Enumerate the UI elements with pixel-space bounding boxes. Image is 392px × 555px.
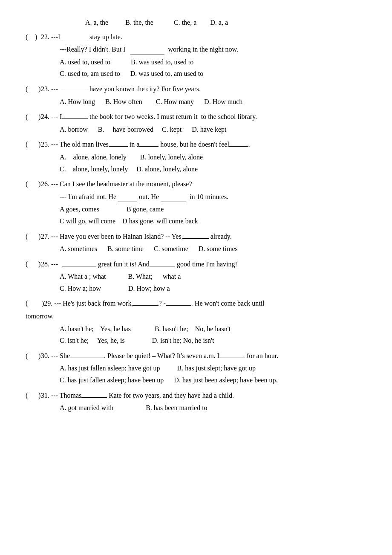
q25-bracket-right: ) — [33, 139, 41, 150]
question-22: ( ) 22. ---I stay up late. ---Really? I … — [26, 32, 366, 79]
q29-cont-text: tomorrow. — [26, 312, 54, 320]
q22-blank2 — [130, 47, 164, 55]
q30-blank2 — [219, 350, 245, 358]
q26-sub-prefix: --- I'm afraid not. He — [60, 193, 116, 200]
question-30: ( ) 30. --- She . Please be quiet! – Wha… — [26, 350, 366, 386]
q26-options: A goes, comes B gone, came C will go, wi… — [60, 204, 366, 226]
q26-sub-mid: out. He — [139, 193, 159, 200]
q27-options: A. sometimes B. some time C. sometime D.… — [60, 243, 366, 254]
q28-num: 28. --- — [41, 259, 62, 270]
q22-num: 22. ---I — [41, 32, 62, 43]
q25-opt-a: A. alone, alone, lonely B. lonely, lonel… — [60, 152, 366, 163]
q25-num: 25. --- The old man lives — [41, 139, 109, 150]
q23-bracket-left: ( — [26, 84, 33, 95]
q26-bracket-right: ) — [33, 179, 41, 190]
q30-bracket-right: ) — [33, 350, 41, 361]
q22-bracket-right: ) — [33, 32, 41, 43]
q25-blank3 — [229, 139, 248, 147]
q31-bracket-left: ( — [26, 390, 33, 401]
q24-line: ( ) 24. --- I the book for two weeks. I … — [26, 111, 366, 122]
q29-continuation: tomorrow. — [26, 311, 366, 322]
q29-text-mid: ? - — [159, 298, 165, 309]
q23-text: have you known the city? For five years. — [88, 84, 201, 95]
q30-opt-c: C. has just fallen asleep; have been up … — [60, 375, 366, 386]
q27-blank — [183, 231, 209, 239]
q28-line: ( ) 28. --- great fun it is! And good ti… — [26, 259, 366, 270]
q29-blank2 — [166, 298, 191, 306]
q28-text-mid: great fun it is! And — [96, 259, 150, 270]
question-28: ( ) 28. --- great fun it is! And good ti… — [26, 259, 366, 294]
q25-text-after: house, but he doesn't feel — [159, 139, 229, 150]
q26-num: 26. --- Can I see the headmaster at the … — [41, 179, 192, 190]
q22-options: A. used to, used to B. was used to, used… — [60, 57, 366, 79]
q27-bracket-left: ( — [26, 231, 33, 242]
q23-options: A. How long B. How often C. How many D. … — [60, 96, 366, 107]
q24-opt: A. borrow B. have borrowed C. kept D. ha… — [60, 124, 366, 135]
q24-bracket-right: ) — [33, 111, 41, 122]
q31-blank1 — [81, 390, 107, 398]
q27-opt: A. sometimes B. some time C. sometime D.… — [60, 243, 366, 254]
q28-text-after: good time I'm having! — [175, 259, 237, 270]
q25-options: A. alone, alone, lonely B. lonely, lonel… — [60, 152, 366, 174]
question-23: ( ) 23. --- have you known the city? For… — [26, 84, 366, 107]
q31-num: 31. --- Thomas — [41, 390, 81, 401]
q31-line: ( ) 31. --- Thomas Kate for two years, a… — [26, 390, 366, 401]
question-26: ( ) 26. --- Can I see the headmaster at … — [26, 179, 366, 226]
question-25: ( ) 25. --- The old man lives in a house… — [26, 139, 366, 174]
q25-bracket-left: ( — [26, 139, 33, 150]
q22-bracket-left: ( — [26, 32, 33, 43]
q26-sub-after: in 10 minutes. — [188, 193, 228, 200]
q23-line: ( ) 23. --- have you known the city? For… — [26, 84, 366, 95]
q29-opt-c: C. isn't he; Yes, he, is D. isn't he; No… — [60, 335, 366, 346]
q31-opt-a: A. got married with B. has been married … — [60, 402, 366, 413]
q25-period: . — [248, 139, 250, 150]
q30-line: ( ) 30. --- She . Please be quiet! – Wha… — [26, 350, 366, 361]
q26-opt-c: C will go, will come D has gone, will co… — [60, 216, 366, 227]
question-29: ( )29. --- He's just back from work, ? -… — [26, 298, 366, 346]
q22-blank1 — [62, 32, 88, 39]
q31-bracket-right: ) — [33, 390, 41, 401]
q22-subline: ---Really? I didn't. But I working in th… — [60, 44, 366, 55]
q24-bracket-left: ( — [26, 111, 33, 122]
q30-num: 30. --- She — [41, 350, 70, 361]
q26-line: ( ) 26. --- Can I see the headmaster at … — [26, 179, 366, 190]
q26-blank2 — [161, 194, 186, 202]
q28-blank1 — [62, 259, 96, 266]
q25-text-mid: in a — [128, 139, 140, 150]
q28-opt-c: C. How a; how D. How; how a — [60, 283, 366, 294]
question-24: ( ) 24. --- I the book for two weeks. I … — [26, 111, 366, 135]
q28-bracket-left: ( — [26, 259, 33, 270]
q31-options: A. got married with B. has been married … — [60, 402, 366, 413]
q28-bracket-right: ) — [33, 259, 41, 270]
q22-sub-after: working in the night now. — [166, 46, 238, 53]
top-options-text: A. a, the B. the, the C. the, a D. a, a — [85, 19, 228, 26]
q22-line: ( ) 22. ---I stay up late. — [26, 32, 366, 43]
q27-num: 27. --- Have you ever been to Hainan Isl… — [41, 231, 183, 242]
q26-blank1 — [118, 194, 137, 202]
q22-text: stay up late. — [88, 32, 122, 43]
question-27: ( ) 27. --- Have you ever been to Hainan… — [26, 231, 366, 254]
q26-subline: --- I'm afraid not. He out. He in 10 min… — [60, 191, 366, 202]
q30-opt-a: A. has just fallen asleep; have got up B… — [60, 363, 366, 374]
q29-line: ( )29. --- He's just back from work, ? -… — [26, 298, 366, 309]
q25-blank1 — [109, 139, 128, 147]
question-31: ( ) 31. --- Thomas Kate for two years, a… — [26, 390, 366, 413]
q27-line: ( ) 27. --- Have you ever been to Hainan… — [26, 231, 366, 242]
q29-text-after: . He won't come back until — [191, 298, 265, 309]
q28-opt-a: A. What a ; what B. What; what a — [60, 271, 366, 282]
q23-blank — [62, 84, 88, 91]
q23-bracket-right: ) — [33, 84, 41, 95]
q25-line: ( ) 25. --- The old man lives in a house… — [26, 139, 366, 150]
q22-sub-prefix: ---Really? I didn't. But I — [60, 46, 129, 53]
q29-num: )29. --- He's just back from work, — [42, 298, 133, 309]
q22-opt-c: C. used to, am used to D. was used to, a… — [60, 68, 366, 79]
q27-bracket-right: ) — [33, 231, 41, 242]
q29-bracket-right — [33, 298, 42, 309]
q23-opt: A. How long B. How often C. How many D. … — [60, 96, 366, 107]
q29-blank1 — [133, 298, 159, 306]
top-options-line: A. a, the B. the, the C. the, a D. a, a — [85, 17, 366, 28]
q28-options: A. What a ; what B. What; what a C. How … — [60, 271, 366, 294]
q22-opt-a: A. used to, used to B. was used to, used… — [60, 57, 366, 68]
q24-text: the book for two weeks. I must return it… — [88, 111, 257, 122]
q24-num: 24. --- I — [41, 111, 62, 122]
